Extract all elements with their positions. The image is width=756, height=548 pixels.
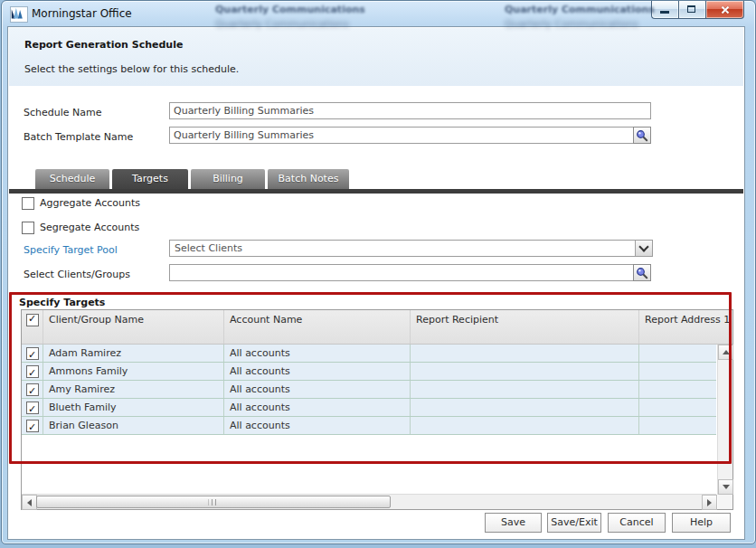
minimize-button[interactable] [651, 1, 678, 19]
table-row[interactable]: Blueth Family All accounts [22, 399, 716, 417]
targets-table: Client/Group Name Account Name Report Re… [21, 309, 733, 510]
client-group-name-cell: Blueth Family [43, 399, 224, 416]
morningstar-logo-icon [10, 6, 28, 23]
table-row[interactable]: Brian Gleason All accounts [22, 417, 716, 435]
targets-table-body: Adam Ramirez All accounts Ammons Family … [22, 345, 716, 435]
table-row[interactable]: Amy Ramirez All accounts [22, 381, 716, 399]
batch-template-search-button[interactable] [633, 127, 651, 144]
arrow-down-icon [723, 485, 730, 489]
client-group-name-cell: Amy Ramirez [43, 381, 224, 398]
help-button[interactable]: Help [672, 513, 731, 533]
close-icon [720, 5, 731, 15]
dialog-content: Report Generation Schedule Select the se… [7, 26, 745, 540]
client-group-name-cell: Brian Gleason [43, 417, 224, 434]
target-pool-dropdown[interactable]: Select Clients [169, 240, 653, 257]
report-recipient-cell [411, 417, 639, 434]
column-header-client-group-name[interactable]: Client/Group Name [43, 310, 224, 344]
column-header-report-recipient[interactable]: Report Recipient [411, 310, 639, 344]
segregate-accounts-checkbox[interactable] [22, 222, 34, 234]
tab-billing[interactable]: Billing [191, 169, 265, 189]
report-address-1-cell [639, 345, 716, 362]
row-checkbox-cell [22, 399, 43, 416]
arrow-up-icon [723, 350, 730, 354]
vertical-scrollbar[interactable] [717, 345, 732, 495]
tab-schedule[interactable]: Schedule [35, 169, 109, 189]
horizontal-scrollbar-thumb[interactable] [36, 496, 391, 508]
window-title: Morningstar Office [32, 7, 132, 20]
window-controls [651, 1, 744, 19]
background-text-line: Quarterly Communications [215, 4, 365, 15]
account-name-cell: All accounts [224, 417, 411, 434]
tab-underline [9, 189, 743, 194]
report-recipient-cell [411, 363, 639, 380]
column-header-account-name[interactable]: Account Name [224, 310, 411, 344]
targets-table-header: Client/Group Name Account Name Report Re… [22, 310, 732, 345]
search-icon [636, 267, 648, 279]
page-subtitle: Select the settings below for this sched… [24, 63, 239, 75]
specify-target-pool-label[interactable]: Specify Target Pool [24, 244, 118, 256]
maximize-button[interactable] [678, 1, 705, 19]
report-generation-schedule-dialog: Morningstar Office Report Generation Sch… [1, 0, 756, 544]
row-checkbox-cell [22, 417, 43, 434]
minimize-icon [660, 11, 669, 14]
select-all-column-header [22, 310, 43, 344]
page-title: Report Generation Schedule [24, 39, 183, 51]
client-group-name-cell: Adam Ramirez [43, 345, 224, 362]
table-row[interactable]: Ammons Family All accounts [22, 363, 716, 381]
batch-template-name-input[interactable] [169, 127, 651, 144]
select-all-checkbox[interactable] [26, 314, 39, 326]
target-pool-dropdown-button[interactable] [635, 241, 652, 256]
report-address-1-cell [639, 363, 716, 380]
specify-targets-group-label: Specify Targets [19, 297, 105, 308]
report-address-1-cell [639, 417, 716, 434]
batch-template-name-label: Batch Template Name [24, 131, 133, 143]
client-group-name-cell: Ammons Family [43, 363, 224, 380]
save-exit-button[interactable]: Save/Exit [547, 513, 601, 533]
scroll-left-button[interactable] [22, 495, 37, 510]
close-button[interactable] [705, 1, 744, 19]
schedule-name-input[interactable] [169, 102, 651, 119]
scrollbar-grip [209, 499, 219, 505]
report-address-1-cell [639, 399, 716, 416]
scroll-right-button[interactable] [702, 495, 717, 510]
scroll-down-button[interactable] [718, 479, 733, 495]
aggregate-accounts-label: Aggregate Accounts [40, 197, 140, 209]
account-name-cell: All accounts [224, 381, 411, 398]
report-address-1-cell [639, 381, 716, 398]
report-recipient-cell [411, 399, 639, 416]
aggregate-accounts-checkbox[interactable] [22, 197, 34, 210]
background-text-line: Quarterly Communications [505, 4, 655, 15]
target-pool-selected-value: Select Clients [175, 242, 242, 254]
scroll-up-button[interactable] [718, 345, 733, 360]
column-header-report-address-1[interactable]: Report Address 1 [639, 310, 732, 344]
segregate-accounts-label: Segregate Accounts [40, 222, 139, 233]
row-checkbox-cell [22, 381, 43, 398]
row-checkbox-cell [22, 363, 43, 380]
background-window-text-left: Quarterly Communications Quarterly Commu… [215, 4, 365, 30]
select-clients-groups-input[interactable] [169, 264, 651, 281]
select-clients-groups-label: Select Clients/Groups [24, 269, 130, 280]
background-text-line: Quarterly Communications [505, 18, 655, 30]
row-checkbox[interactable] [26, 402, 39, 414]
search-icon [636, 129, 648, 142]
table-row[interactable]: Adam Ramirez All accounts [22, 345, 716, 363]
account-name-cell: All accounts [224, 363, 411, 380]
report-recipient-cell [411, 345, 639, 362]
row-checkbox-cell [22, 345, 43, 362]
save-button[interactable]: Save [485, 513, 542, 533]
row-checkbox[interactable] [26, 347, 39, 360]
horizontal-scrollbar[interactable] [22, 494, 716, 509]
clients-groups-search-button[interactable] [633, 264, 651, 281]
tab-bar: Schedule Targets Billing Batch Notes [35, 169, 349, 189]
row-checkbox[interactable] [26, 420, 39, 432]
row-checkbox[interactable] [26, 383, 39, 396]
row-checkbox[interactable] [26, 365, 39, 378]
cancel-button[interactable]: Cancel [608, 513, 666, 533]
background-text-line: Quarterly Communications [215, 18, 365, 30]
chevron-down-icon [638, 241, 648, 251]
account-name-cell: All accounts [224, 345, 411, 362]
tab-targets[interactable]: Targets [112, 169, 188, 189]
tab-batch-notes[interactable]: Batch Notes [268, 169, 349, 189]
scrollbar-corner [718, 495, 732, 509]
account-name-cell: All accounts [224, 399, 411, 416]
